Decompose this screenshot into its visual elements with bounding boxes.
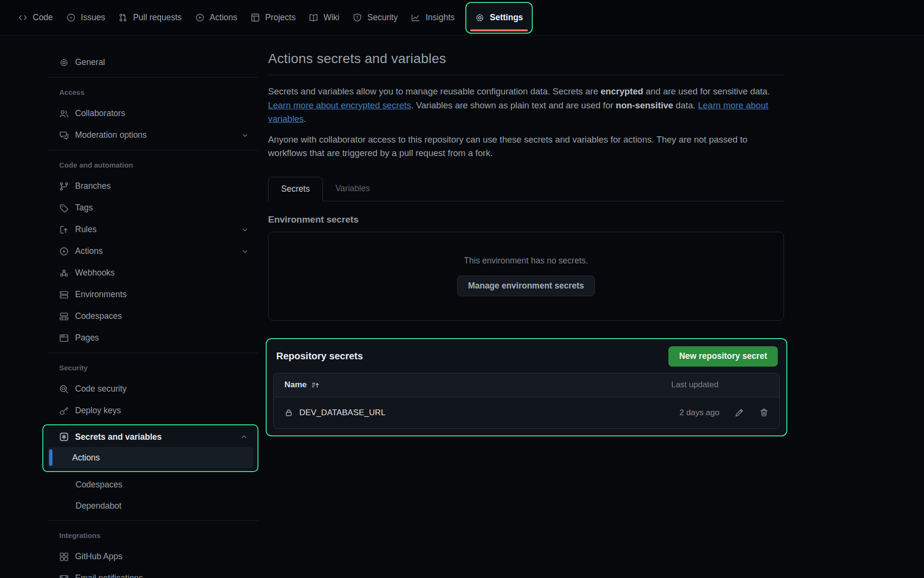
sidebar-item-label: Codespaces <box>75 311 122 321</box>
code-icon <box>18 13 27 22</box>
divider <box>48 150 258 150</box>
comment-discussion-icon <box>59 131 69 140</box>
chevron-down-icon <box>241 226 249 234</box>
sidebar-item-label: Moderation options <box>75 130 147 140</box>
graph-icon <box>411 13 420 22</box>
sidebar-item-environments[interactable]: Environments <box>48 284 258 305</box>
sidebar-item-label: Code security <box>75 384 127 394</box>
new-repository-secret-button[interactable]: New repository secret <box>668 346 778 367</box>
nav-tab-projects[interactable]: Projects <box>244 0 302 36</box>
intro-text: Secrets and variables allow you to manag… <box>268 86 601 96</box>
sidebar-item-actions[interactable]: Actions <box>48 240 258 262</box>
divider <box>48 77 258 78</box>
nav-tab-label: Code <box>33 13 53 23</box>
lock-icon <box>284 408 293 417</box>
nav-tab-settings[interactable]: Settings <box>490 13 523 23</box>
sidebar-item-label: Codespaces <box>76 480 122 490</box>
annotation-box-repository-secrets: Repository secrets New repository secret… <box>266 338 787 436</box>
intro-bold-encrypted: encrypted <box>601 86 643 96</box>
environments-icon <box>59 290 69 300</box>
sidebar-item-code-security[interactable]: Code security <box>48 378 258 400</box>
secrets-variables-tabs: Secrets Variables <box>268 177 784 201</box>
sidebar-section-code-automation: Code and automation <box>48 154 258 175</box>
sidebar-section-integrations: Integrations <box>48 525 258 546</box>
row-actions: 2 days ago <box>680 408 769 418</box>
tab-variables[interactable]: Variables <box>323 177 383 201</box>
browser-icon <box>59 333 69 343</box>
table-row: DEV_DATABASE_URL 2 days ago <box>274 397 779 428</box>
intro-bold-non-sensitive: non-sensitive <box>616 100 673 110</box>
sidebar-item-github-apps[interactable]: GitHub Apps <box>48 546 258 567</box>
sidebar-item-label: Secrets and variables <box>75 432 162 442</box>
delete-secret-button[interactable] <box>759 408 769 417</box>
intro-text: . <box>304 114 306 124</box>
table-header-row: Name Last updated <box>274 373 779 397</box>
nav-tab-actions[interactable]: Actions <box>189 0 244 36</box>
webhook-icon <box>59 268 69 278</box>
sort-ascending-icon[interactable] <box>311 381 320 389</box>
sidebar-item-secrets-actions[interactable]: Actions <box>48 447 253 468</box>
people-icon <box>59 109 69 118</box>
tag-icon <box>59 203 69 213</box>
environment-secrets-heading: Environment secrets <box>268 214 784 225</box>
intro-paragraph: Secrets and variables allow you to manag… <box>268 85 784 126</box>
edit-secret-button[interactable] <box>735 408 744 417</box>
sidebar-item-moderation-options[interactable]: Moderation options <box>48 124 258 146</box>
sidebar-item-label: Tags <box>75 203 93 213</box>
nav-tab-insights[interactable]: Insights <box>404 0 461 36</box>
sidebar-item-tags[interactable]: Tags <box>48 197 258 219</box>
sidebar-item-general[interactable]: General <box>48 52 258 73</box>
collaborator-paragraph: Anyone with collaborator access to this … <box>268 133 784 160</box>
sidebar-item-label: Rules <box>75 224 97 235</box>
git-branch-icon <box>59 182 69 191</box>
nav-tab-label: Wiki <box>323 13 339 23</box>
environment-empty-message: This environment has no secrets. <box>464 256 588 266</box>
nav-tab-pull-requests[interactable]: Pull requests <box>112 0 188 36</box>
sidebar-item-codespaces[interactable]: Codespaces <box>48 305 258 327</box>
sidebar-item-secrets-codespaces[interactable]: Codespaces <box>48 474 258 495</box>
sidebar-item-email-notifications[interactable]: Email notifications <box>48 567 258 578</box>
tab-secrets[interactable]: Secrets <box>268 177 323 201</box>
secret-updated: 2 days ago <box>680 408 719 418</box>
sidebar-section-access: Access <box>48 81 258 103</box>
mail-icon <box>59 574 69 578</box>
divider <box>268 75 784 75</box>
link-encrypted-secrets[interactable]: Learn more about encrypted secrets <box>268 100 411 110</box>
nav-tab-label: Insights <box>425 13 454 23</box>
sidebar-item-label: Dependabot <box>76 501 121 511</box>
last-updated-column-header: Last updated <box>671 380 719 390</box>
sidebar-item-webhooks[interactable]: Webhooks <box>48 262 258 284</box>
gear-icon <box>59 58 69 67</box>
nav-tab-issues[interactable]: Issues <box>60 0 112 36</box>
sidebar-item-rules[interactable]: Rules <box>48 219 258 240</box>
sidebar-item-pages[interactable]: Pages <box>48 327 258 349</box>
key-icon <box>59 406 69 416</box>
intro-text: and are used for sensitive data. <box>643 86 770 96</box>
divider <box>48 520 258 521</box>
repository-secrets-heading: Repository secrets <box>276 351 363 362</box>
nav-tab-wiki[interactable]: Wiki <box>302 0 346 36</box>
gear-icon <box>475 13 485 23</box>
nav-tab-label: Projects <box>265 13 295 23</box>
sidebar-item-label: Actions <box>72 453 100 463</box>
sidebar-item-branches[interactable]: Branches <box>48 175 258 197</box>
sidebar-item-collaborators[interactable]: Collaborators <box>48 103 258 124</box>
apps-grid-icon <box>59 552 69 562</box>
page-title: Actions secrets and variables <box>268 51 784 66</box>
nav-tab-code[interactable]: Code <box>12 0 60 36</box>
issue-icon <box>66 13 76 22</box>
sidebar-item-label: Branches <box>75 181 111 191</box>
intro-text: . Variables are shown as plain text and … <box>411 100 616 110</box>
sidebar-item-deploy-keys[interactable]: Deploy keys <box>48 400 258 421</box>
sidebar-item-secrets-dependabot[interactable]: Dependabot <box>48 495 258 516</box>
sidebar-item-label: Email notifications <box>75 573 143 578</box>
code-scan-icon <box>59 384 69 394</box>
sidebar-item-label: Environments <box>75 289 127 300</box>
codespaces-icon <box>59 312 69 321</box>
rules-icon <box>59 225 69 235</box>
nav-tab-security[interactable]: Security <box>346 0 404 36</box>
annotation-box-settings: Settings <box>465 2 533 34</box>
sidebar-item-secrets-and-variables[interactable]: Secrets and variables <box>43 427 257 447</box>
name-column-header: Name <box>284 380 307 390</box>
manage-environment-secrets-button[interactable]: Manage environment secrets <box>457 276 594 296</box>
